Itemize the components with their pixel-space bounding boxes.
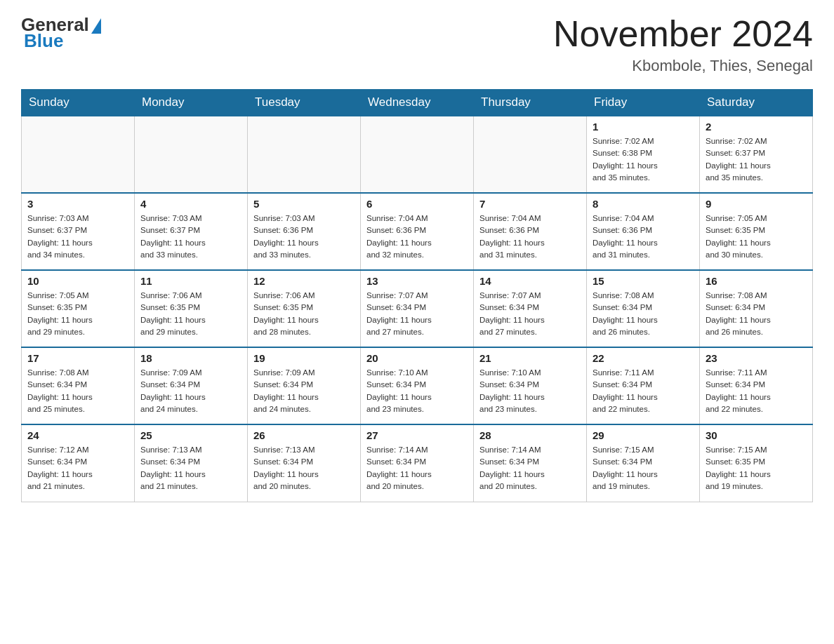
calendar-header-row: SundayMondayTuesdayWednesdayThursdayFrid…: [22, 90, 813, 116]
day-info: Sunrise: 7:15 AM Sunset: 6:35 PM Dayligh…: [706, 444, 807, 492]
day-info: Sunrise: 7:11 AM Sunset: 6:34 PM Dayligh…: [706, 367, 807, 415]
day-info: Sunrise: 7:07 AM Sunset: 6:34 PM Dayligh…: [479, 290, 581, 338]
day-info: Sunrise: 7:09 AM Sunset: 6:34 PM Dayligh…: [140, 367, 241, 415]
day-number: 2: [706, 121, 807, 133]
day-info: Sunrise: 7:03 AM Sunset: 6:36 PM Dayligh…: [253, 213, 355, 261]
calendar-week-row: 1Sunrise: 7:02 AM Sunset: 6:38 PM Daylig…: [22, 116, 813, 193]
day-number: 15: [593, 275, 694, 287]
calendar-cell: 11Sunrise: 7:06 AM Sunset: 6:35 PM Dayli…: [135, 270, 248, 347]
day-number: 7: [479, 198, 581, 210]
calendar-cell: 17Sunrise: 7:08 AM Sunset: 6:34 PM Dayli…: [22, 347, 135, 424]
logo-blue-text: Blue: [24, 30, 63, 52]
calendar-cell: 26Sunrise: 7:13 AM Sunset: 6:34 PM Dayli…: [248, 424, 361, 502]
page-header: General Blue November 2024 Kbombole, Thi…: [21, 14, 813, 75]
day-of-week-header: Friday: [587, 90, 700, 116]
day-number: 1: [593, 121, 694, 133]
day-number: 20: [366, 352, 468, 364]
calendar-week-row: 24Sunrise: 7:12 AM Sunset: 6:34 PM Dayli…: [22, 424, 813, 502]
calendar-cell: 20Sunrise: 7:10 AM Sunset: 6:34 PM Dayli…: [361, 347, 474, 424]
calendar-cell: 5Sunrise: 7:03 AM Sunset: 6:36 PM Daylig…: [248, 193, 361, 270]
day-of-week-header: Thursday: [474, 90, 587, 116]
day-info: Sunrise: 7:13 AM Sunset: 6:34 PM Dayligh…: [140, 444, 241, 492]
calendar-cell: 3Sunrise: 7:03 AM Sunset: 6:37 PM Daylig…: [22, 193, 135, 270]
calendar-cell: 10Sunrise: 7:05 AM Sunset: 6:35 PM Dayli…: [22, 270, 135, 347]
day-info: Sunrise: 7:13 AM Sunset: 6:34 PM Dayligh…: [253, 444, 355, 492]
title-area: November 2024 Kbombole, Thies, Senegal: [553, 14, 813, 75]
day-info: Sunrise: 7:06 AM Sunset: 6:35 PM Dayligh…: [253, 290, 355, 338]
day-number: 21: [479, 352, 581, 364]
day-info: Sunrise: 7:14 AM Sunset: 6:34 PM Dayligh…: [479, 444, 581, 492]
calendar-cell: 30Sunrise: 7:15 AM Sunset: 6:35 PM Dayli…: [700, 424, 813, 502]
day-info: Sunrise: 7:06 AM Sunset: 6:35 PM Dayligh…: [140, 290, 241, 338]
day-info: Sunrise: 7:04 AM Sunset: 6:36 PM Dayligh…: [593, 213, 694, 261]
day-of-week-header: Tuesday: [248, 90, 361, 116]
day-number: 27: [366, 429, 468, 441]
calendar-cell: 29Sunrise: 7:15 AM Sunset: 6:34 PM Dayli…: [587, 424, 700, 502]
day-number: 29: [593, 429, 694, 441]
logo-triangle-icon: [91, 18, 101, 34]
day-number: 22: [593, 352, 694, 364]
calendar-week-row: 10Sunrise: 7:05 AM Sunset: 6:35 PM Dayli…: [22, 270, 813, 347]
day-of-week-header: Saturday: [700, 90, 813, 116]
location-text: Kbombole, Thies, Senegal: [553, 57, 813, 75]
calendar-cell: 7Sunrise: 7:04 AM Sunset: 6:36 PM Daylig…: [474, 193, 587, 270]
calendar-cell: 22Sunrise: 7:11 AM Sunset: 6:34 PM Dayli…: [587, 347, 700, 424]
day-info: Sunrise: 7:05 AM Sunset: 6:35 PM Dayligh…: [706, 213, 807, 261]
day-info: Sunrise: 7:08 AM Sunset: 6:34 PM Dayligh…: [706, 290, 807, 338]
day-number: 8: [593, 198, 694, 210]
calendar-cell: [474, 116, 587, 193]
day-info: Sunrise: 7:10 AM Sunset: 6:34 PM Dayligh…: [479, 367, 581, 415]
day-info: Sunrise: 7:12 AM Sunset: 6:34 PM Dayligh…: [27, 444, 128, 492]
day-number: 28: [479, 429, 581, 441]
day-info: Sunrise: 7:08 AM Sunset: 6:34 PM Dayligh…: [27, 367, 128, 415]
calendar-cell: [248, 116, 361, 193]
day-number: 3: [27, 198, 128, 210]
calendar-cell: 23Sunrise: 7:11 AM Sunset: 6:34 PM Dayli…: [700, 347, 813, 424]
calendar-week-row: 17Sunrise: 7:08 AM Sunset: 6:34 PM Dayli…: [22, 347, 813, 424]
day-info: Sunrise: 7:15 AM Sunset: 6:34 PM Dayligh…: [593, 444, 694, 492]
calendar-cell: 8Sunrise: 7:04 AM Sunset: 6:36 PM Daylig…: [587, 193, 700, 270]
calendar-cell: [361, 116, 474, 193]
day-number: 19: [253, 352, 355, 364]
calendar-cell: 6Sunrise: 7:04 AM Sunset: 6:36 PM Daylig…: [361, 193, 474, 270]
day-info: Sunrise: 7:08 AM Sunset: 6:34 PM Dayligh…: [593, 290, 694, 338]
day-info: Sunrise: 7:14 AM Sunset: 6:34 PM Dayligh…: [366, 444, 468, 492]
day-number: 16: [706, 275, 807, 287]
day-info: Sunrise: 7:03 AM Sunset: 6:37 PM Dayligh…: [140, 213, 241, 261]
day-number: 11: [140, 275, 241, 287]
day-info: Sunrise: 7:05 AM Sunset: 6:35 PM Dayligh…: [27, 290, 128, 338]
calendar-cell: 4Sunrise: 7:03 AM Sunset: 6:37 PM Daylig…: [135, 193, 248, 270]
calendar-cell: 18Sunrise: 7:09 AM Sunset: 6:34 PM Dayli…: [135, 347, 248, 424]
calendar-cell: 15Sunrise: 7:08 AM Sunset: 6:34 PM Dayli…: [587, 270, 700, 347]
day-number: 24: [27, 429, 128, 441]
day-number: 6: [366, 198, 468, 210]
day-info: Sunrise: 7:04 AM Sunset: 6:36 PM Dayligh…: [366, 213, 468, 261]
calendar-cell: 27Sunrise: 7:14 AM Sunset: 6:34 PM Dayli…: [361, 424, 474, 502]
day-info: Sunrise: 7:10 AM Sunset: 6:34 PM Dayligh…: [366, 367, 468, 415]
day-info: Sunrise: 7:02 AM Sunset: 6:38 PM Dayligh…: [593, 135, 694, 184]
calendar-cell: 21Sunrise: 7:10 AM Sunset: 6:34 PM Dayli…: [474, 347, 587, 424]
day-info: Sunrise: 7:02 AM Sunset: 6:37 PM Dayligh…: [706, 135, 807, 184]
day-of-week-header: Monday: [135, 90, 248, 116]
calendar-week-row: 3Sunrise: 7:03 AM Sunset: 6:37 PM Daylig…: [22, 193, 813, 270]
day-number: 14: [479, 275, 581, 287]
calendar-cell: 9Sunrise: 7:05 AM Sunset: 6:35 PM Daylig…: [700, 193, 813, 270]
day-number: 26: [253, 429, 355, 441]
logo: General Blue: [21, 14, 101, 52]
day-info: Sunrise: 7:11 AM Sunset: 6:34 PM Dayligh…: [593, 367, 694, 415]
calendar-cell: 12Sunrise: 7:06 AM Sunset: 6:35 PM Dayli…: [248, 270, 361, 347]
calendar-cell: 1Sunrise: 7:02 AM Sunset: 6:38 PM Daylig…: [587, 116, 700, 193]
day-number: 18: [140, 352, 241, 364]
calendar-cell: 24Sunrise: 7:12 AM Sunset: 6:34 PM Dayli…: [22, 424, 135, 502]
calendar-cell: 16Sunrise: 7:08 AM Sunset: 6:34 PM Dayli…: [700, 270, 813, 347]
calendar-cell: [135, 116, 248, 193]
day-info: Sunrise: 7:07 AM Sunset: 6:34 PM Dayligh…: [366, 290, 468, 338]
day-of-week-header: Sunday: [22, 90, 135, 116]
day-number: 12: [253, 275, 355, 287]
day-number: 25: [140, 429, 241, 441]
calendar-cell: 13Sunrise: 7:07 AM Sunset: 6:34 PM Dayli…: [361, 270, 474, 347]
month-title: November 2024: [553, 14, 813, 54]
day-number: 9: [706, 198, 807, 210]
day-number: 10: [27, 275, 128, 287]
day-number: 17: [27, 352, 128, 364]
